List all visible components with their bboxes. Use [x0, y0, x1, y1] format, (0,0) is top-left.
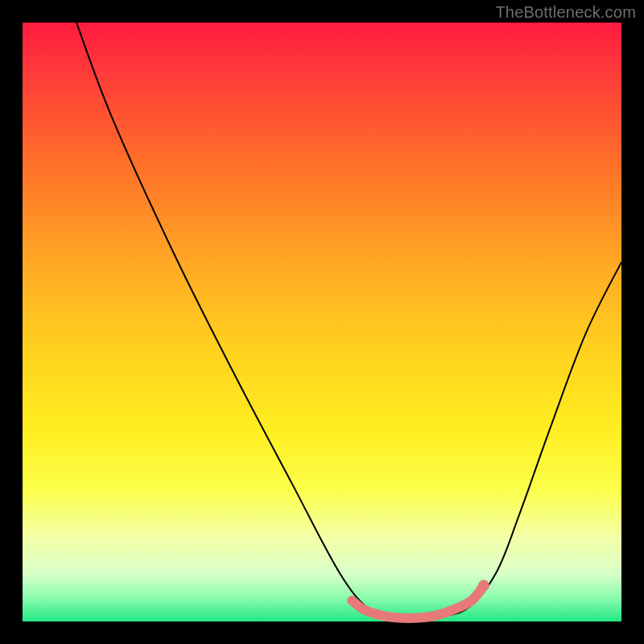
watermark-text: TheBottleneck.com	[495, 3, 636, 22]
bottleneck-curve	[76, 23, 621, 617]
optimal-flat-segment	[352, 585, 484, 618]
chart-svg	[23, 23, 621, 621]
flat-end-dot	[478, 580, 489, 591]
